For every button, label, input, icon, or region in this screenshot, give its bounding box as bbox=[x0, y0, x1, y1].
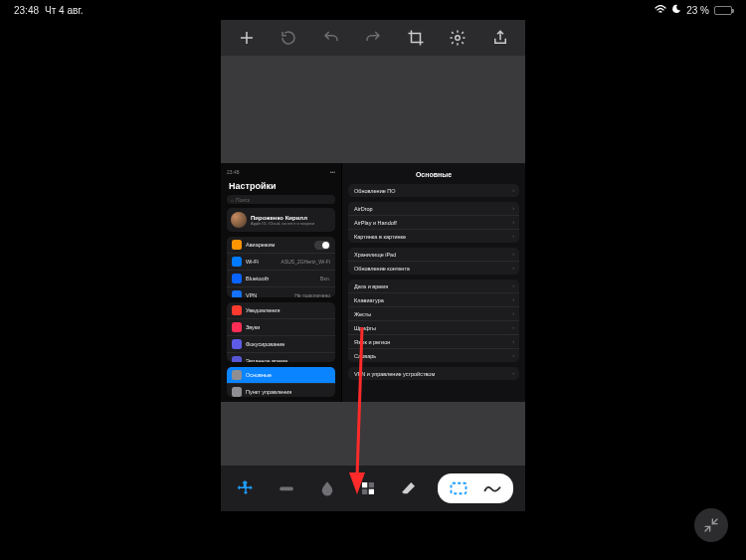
status-date: Чт 4 авг. bbox=[45, 5, 83, 16]
inner-status-time: 23:48 bbox=[227, 169, 240, 175]
selection-mode-segmented bbox=[438, 473, 513, 503]
settings-group-network: Авиарежим Wi-FiASUS_2GHertz_Wi-Fi Blueto… bbox=[227, 237, 335, 297]
svg-rect-4 bbox=[362, 489, 367, 494]
battery-icon bbox=[714, 6, 732, 15]
airplane-toggle[interactable] bbox=[314, 241, 330, 250]
detail-row[interactable]: AirPlay и Handoff bbox=[348, 215, 519, 229]
collapse-fab[interactable] bbox=[694, 508, 728, 542]
detail-row[interactable]: Клавиатура bbox=[348, 292, 519, 306]
detail-row[interactable]: Словарь bbox=[348, 348, 519, 362]
detail-row[interactable]: Обновление контента bbox=[348, 261, 519, 275]
blur-tool[interactable] bbox=[314, 475, 339, 501]
svg-point-0 bbox=[456, 36, 461, 41]
freehand-select-mode[interactable] bbox=[475, 476, 509, 500]
rotate-button[interactable] bbox=[272, 23, 305, 53]
eraser-tool[interactable] bbox=[397, 475, 422, 501]
detail-row[interactable]: VPN и управление устройством bbox=[348, 367, 519, 380]
battery-percent: 23 % bbox=[686, 5, 709, 16]
canvas-padding-bottom bbox=[221, 402, 525, 466]
editor-stage: 23:48 ••• Настройки ⌕ Поиск Пироженко Ки… bbox=[221, 20, 525, 547]
share-button[interactable] bbox=[483, 23, 517, 53]
sidebar-item-controlcenter[interactable]: Пункт управления bbox=[227, 383, 335, 397]
svg-rect-3 bbox=[369, 482, 374, 487]
detail-row[interactable]: Обновление ПО bbox=[348, 184, 519, 197]
crop-button[interactable] bbox=[399, 23, 433, 53]
detail-row[interactable]: Жесты bbox=[348, 306, 519, 320]
svg-rect-2 bbox=[362, 482, 367, 487]
sidebar-item-focus[interactable]: Фокусирование bbox=[227, 335, 335, 352]
line-tool[interactable] bbox=[274, 475, 298, 501]
settings-gear-button[interactable] bbox=[441, 23, 474, 53]
sidebar-item-vpn[interactable]: VPNНе подключено bbox=[227, 286, 335, 297]
search-icon: ⌕ bbox=[231, 197, 234, 203]
sidebar-item-screentime[interactable]: Экранное время bbox=[227, 352, 335, 363]
embedded-screenshot: 23:48 ••• Настройки ⌕ Поиск Пироженко Ки… bbox=[221, 163, 525, 402]
svg-rect-1 bbox=[280, 487, 293, 491]
settings-detail: Основные Обновление ПО AirDrop AirPlay и… bbox=[342, 163, 525, 402]
move-tool[interactable] bbox=[233, 475, 258, 501]
profile-row[interactable]: Пироженко Кирилл Apple ID, iCloud, конте… bbox=[227, 208, 335, 232]
detail-row[interactable]: Дата и время bbox=[348, 280, 519, 292]
detail-row[interactable]: AirDrop bbox=[348, 202, 519, 215]
canvas-padding-top bbox=[221, 56, 525, 163]
sidebar-item-sounds[interactable]: Звуки bbox=[227, 318, 335, 335]
detail-row[interactable]: Картинка в картинке bbox=[348, 229, 519, 243]
avatar bbox=[231, 212, 247, 228]
settings-group-general: Основные Пункт управления bbox=[227, 367, 335, 397]
svg-rect-6 bbox=[452, 483, 466, 494]
search-placeholder: Поиск bbox=[236, 197, 250, 203]
detail-title: Основные bbox=[348, 169, 519, 184]
sidebar-item-wifi[interactable]: Wi-FiASUS_2GHertz_Wi-Fi bbox=[227, 253, 335, 270]
dnd-moon-icon bbox=[671, 4, 681, 16]
sidebar-item-notifications[interactable]: Уведомления bbox=[227, 302, 335, 318]
detail-row[interactable]: Шрифты bbox=[348, 320, 519, 334]
redo-button[interactable] bbox=[356, 23, 390, 53]
detail-row[interactable]: Язык и регион bbox=[348, 334, 519, 348]
sidebar-item-airplane[interactable]: Авиарежим bbox=[227, 237, 335, 253]
settings-group-notif: Уведомления Звуки Фокусирование Экранное… bbox=[227, 302, 335, 363]
wifi-icon bbox=[654, 5, 666, 16]
rect-select-mode[interactable] bbox=[442, 476, 475, 500]
editor-bottom-toolbar bbox=[221, 466, 525, 511]
settings-search[interactable]: ⌕ Поиск bbox=[227, 195, 335, 204]
profile-sub: Apple ID, iCloud, контент и покупки bbox=[251, 221, 314, 226]
sidebar-item-bluetooth[interactable]: BluetoothВкл. bbox=[227, 270, 335, 286]
sidebar-item-general[interactable]: Основные bbox=[227, 367, 335, 383]
add-button[interactable] bbox=[230, 23, 264, 53]
undo-button[interactable] bbox=[314, 23, 348, 53]
svg-rect-5 bbox=[369, 489, 374, 494]
editor-top-toolbar bbox=[221, 20, 525, 56]
inner-status-icons: ••• bbox=[330, 169, 335, 175]
ipad-status-bar: 23:48 Чт 4 авг. 23 % bbox=[0, 0, 746, 20]
status-time: 23:48 bbox=[14, 5, 39, 16]
pixelate-tool[interactable] bbox=[356, 475, 381, 501]
detail-row[interactable]: Хранилище iPad bbox=[348, 248, 519, 261]
settings-title: Настройки bbox=[225, 179, 337, 195]
settings-sidebar: 23:48 ••• Настройки ⌕ Поиск Пироженко Ки… bbox=[221, 163, 342, 402]
